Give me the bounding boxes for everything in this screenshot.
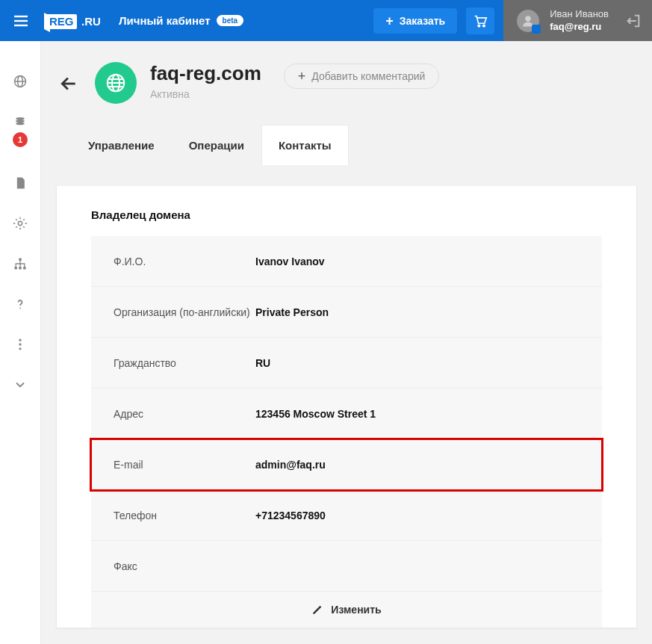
- owner-label-phone: Телефон: [91, 510, 255, 521]
- cabinet-label: Личный кабинет: [119, 14, 211, 27]
- svg-point-4: [478, 25, 480, 27]
- user-email: faq@reg.ru: [550, 21, 609, 33]
- tab-manage[interactable]: Управление: [71, 125, 172, 165]
- owner-value-citizen: RU: [255, 357, 270, 369]
- owner-row-fio: Ф.И.О. Ivanov Ivanov: [91, 236, 602, 287]
- logout-button[interactable]: [625, 13, 642, 29]
- domain-name: faq-reg.com: [150, 62, 261, 85]
- owner-value-fio: Ivanov Ivanov: [255, 256, 325, 267]
- svg-point-21: [19, 347, 21, 350]
- pencil-icon: [311, 604, 323, 616]
- workarea: faq-reg.com Активна + Добавить комментар…: [41, 41, 652, 644]
- svg-point-6: [525, 16, 531, 22]
- rail-item-more[interactable]: [0, 337, 41, 352]
- tab-contacts[interactable]: Контакты: [261, 125, 349, 165]
- svg-point-11: [16, 120, 25, 123]
- owner-value-org: Private Person: [255, 306, 329, 318]
- menu-toggle[interactable]: [0, 12, 41, 30]
- gear-icon: [13, 216, 28, 231]
- back-button[interactable]: [56, 71, 81, 96]
- tab-operations-label: Операции: [189, 139, 244, 152]
- domain-avatar: [95, 62, 137, 104]
- domain-status: Активна: [150, 88, 261, 100]
- owner-label-fax: Факс: [91, 560, 255, 572]
- left-rail: 1: [0, 41, 41, 644]
- tabs: Управление Операции Контакты: [56, 125, 637, 165]
- owner-value-address: 123456 Moscow Street 1: [255, 408, 376, 420]
- order-button-label: Заказать: [400, 15, 446, 27]
- svg-point-5: [483, 25, 485, 27]
- rail-item-help[interactable]: [0, 297, 41, 312]
- logo-text-tld: .RU: [81, 15, 101, 28]
- contacts-card: Владелец домена Ф.И.О. Ivanov Ivanov Орг…: [56, 186, 637, 628]
- rail-item-files[interactable]: [0, 176, 41, 191]
- owner-table: Ф.И.О. Ivanov Ivanov Организация (по-анг…: [91, 236, 602, 628]
- arrow-left-icon: [59, 74, 78, 93]
- brand-logo[interactable]: REG .RU: [41, 10, 105, 32]
- user-panel[interactable]: Иван Иванов faq@reg.ru: [503, 0, 652, 41]
- sitemap-icon: [13, 256, 28, 271]
- chevron-down-icon: [13, 377, 28, 392]
- owner-row-email: E-mail admin@faq.ru: [91, 439, 602, 490]
- svg-point-12: [16, 123, 25, 126]
- rail-item-globe[interactable]: [0, 74, 41, 89]
- cart-button[interactable]: [466, 7, 494, 34]
- svg-point-17: [23, 267, 26, 270]
- logo-text-main: REG: [49, 15, 74, 28]
- owner-label-org: Организация (по-английски): [91, 306, 255, 318]
- cart-icon: [473, 14, 488, 28]
- globe-icon: [13, 74, 28, 89]
- add-comment-button[interactable]: + Добавить комментарий: [284, 64, 440, 89]
- tab-operations[interactable]: Операции: [172, 125, 261, 165]
- file-icon: [13, 176, 28, 191]
- owner-label-fio: Ф.И.О.: [91, 256, 255, 267]
- add-comment-label: Добавить комментарий: [311, 70, 425, 82]
- logo-icon: REG .RU: [41, 10, 105, 32]
- help-icon: [13, 297, 28, 312]
- tab-contacts-label: Контакты: [279, 139, 332, 152]
- owner-row-fax: Факс: [91, 541, 602, 592]
- owner-section-title: Владелец домена: [91, 208, 602, 221]
- svg-point-16: [19, 267, 22, 270]
- more-vertical-icon: [13, 337, 28, 352]
- avatar: [517, 10, 539, 32]
- edit-button-label: Изменить: [331, 604, 381, 616]
- domain-header: faq-reg.com Активна + Добавить комментар…: [56, 62, 637, 104]
- plus-icon: +: [298, 69, 306, 83]
- plus-icon: +: [385, 14, 394, 28]
- rail-item-billing[interactable]: 1: [0, 114, 41, 129]
- rail-item-collapse[interactable]: [0, 377, 41, 392]
- hamburger-icon: [12, 12, 30, 30]
- owner-label-address: Адрес: [91, 408, 255, 420]
- owner-row-org: Организация (по-английски) Private Perso…: [91, 287, 602, 338]
- rail-item-settings[interactable]: [0, 216, 41, 231]
- svg-point-15: [14, 267, 17, 270]
- owner-row-citizen: Гражданство RU: [91, 338, 602, 388]
- topbar: REG .RU Личный кабинет beta + Заказать И…: [0, 0, 652, 41]
- rail-badge: 1: [13, 132, 28, 147]
- owner-row-phone: Телефон +71234567890: [91, 490, 602, 541]
- owner-value-email: admin@faq.ru: [255, 459, 326, 471]
- tab-manage-label: Управление: [88, 139, 155, 152]
- owner-value-phone: +71234567890: [255, 510, 326, 521]
- beta-badge: beta: [217, 15, 244, 26]
- svg-point-14: [19, 258, 22, 261]
- owner-label-email: E-mail: [91, 459, 255, 471]
- user-text: Иван Иванов faq@reg.ru: [550, 8, 609, 33]
- owner-label-citizen: Гражданство: [91, 357, 255, 369]
- svg-point-18: [19, 308, 21, 309]
- user-name: Иван Иванов: [550, 8, 609, 20]
- svg-point-13: [18, 221, 22, 225]
- svg-point-20: [19, 343, 21, 345]
- order-button[interactable]: + Заказать: [373, 8, 457, 34]
- avatar-icon: [521, 14, 535, 28]
- coins-icon: [13, 114, 28, 129]
- owner-row-address: Адрес 123456 Moscow Street 1: [91, 388, 602, 439]
- edit-button[interactable]: Изменить: [91, 592, 602, 628]
- domain-title-block: faq-reg.com Активна: [150, 62, 261, 100]
- globe-icon: [105, 72, 127, 94]
- svg-point-19: [19, 339, 21, 341]
- logout-icon: [625, 13, 642, 29]
- svg-point-10: [16, 117, 25, 120]
- rail-item-network[interactable]: [0, 256, 41, 271]
